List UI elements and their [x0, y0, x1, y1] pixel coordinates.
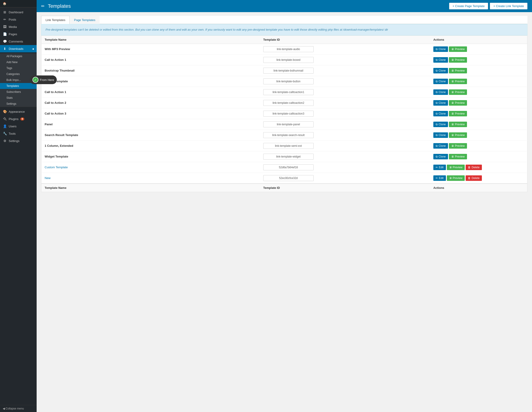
footer-col-template-id: Template ID: [260, 183, 430, 192]
table-row: Custom Template✏ Edit🖥 Preview🗑 Delete: [41, 162, 527, 173]
preview-button[interactable]: 🖥 Preview: [449, 132, 467, 138]
template-id-input[interactable]: [263, 175, 314, 181]
template-id-input[interactable]: [263, 57, 314, 63]
sidebar-item-downloads[interactable]: ⬇ Downloads ◀: [0, 45, 37, 52]
downloads-icon: ⬇: [3, 47, 7, 51]
template-actions-cell: ✏ Edit🖥 Preview🗑 Delete: [430, 173, 527, 183]
submenu-tags[interactable]: Tags: [0, 65, 37, 71]
submenu-add-new[interactable]: Add New: [0, 59, 37, 65]
clone-button[interactable]: ⧉ Clone: [433, 132, 448, 138]
template-name-cell: New: [41, 173, 260, 183]
preview-button[interactable]: 🖥 Preview: [449, 154, 467, 159]
comments-icon: 💬: [3, 40, 7, 43]
clone-button[interactable]: ⧉ Clone: [433, 122, 448, 127]
table-footer-row: Template Name Template ID Actions: [41, 183, 527, 192]
template-id-input[interactable]: [263, 132, 314, 138]
preview-icon: 🖥: [451, 112, 454, 115]
submenu-all-packages[interactable]: All Packages: [0, 53, 37, 59]
main-content: ✏ Templates + Create Page Template + Cre…: [37, 0, 532, 412]
template-id-cell: [260, 151, 430, 162]
sidebar-item-media[interactable]: 🖼 Media: [0, 23, 37, 30]
sidebar-lower-nav: 🎨 Appearance 🔌 Plugins 9 👤 Users 🔧 Tools…: [0, 107, 37, 146]
preview-button[interactable]: 🖥 Preview: [449, 79, 467, 84]
clone-button[interactable]: ⧉ Clone: [433, 79, 448, 84]
template-id-input[interactable]: [263, 143, 314, 149]
clone-button[interactable]: ⧉ Clone: [433, 89, 448, 95]
clone-button[interactable]: ⧉ Clone: [433, 46, 448, 52]
preview-button[interactable]: 🖥 Preview: [447, 175, 465, 181]
preview-button[interactable]: 🖥 Preview: [449, 46, 467, 52]
sidebar-item-plugins[interactable]: 🔌 Plugins 9: [0, 115, 37, 123]
create-link-template-button[interactable]: + Create Link Template: [490, 3, 527, 9]
clone-button[interactable]: ⧉ Clone: [433, 154, 448, 159]
template-id-input[interactable]: [263, 100, 314, 106]
template-id-input[interactable]: [263, 154, 314, 160]
template-id-cell: [260, 130, 430, 140]
edit-button[interactable]: ✏ Edit: [433, 165, 446, 170]
preview-icon: 🖥: [451, 58, 454, 62]
preview-icon: 🖥: [451, 91, 454, 94]
template-name-cell: Bootstrap Thumbnail: [41, 65, 260, 76]
template-id-cell: [260, 55, 430, 65]
template-name-link[interactable]: New: [45, 176, 51, 180]
edit-icon: ✏: [436, 176, 438, 180]
table-row: New✏ Edit🖥 Preview🗑 Delete: [41, 173, 527, 183]
delete-button[interactable]: 🗑 Delete: [466, 165, 482, 170]
tab-page-templates[interactable]: Page Templates: [70, 16, 100, 24]
preview-button[interactable]: 🖥 Preview: [449, 89, 467, 95]
template-id-input[interactable]: [263, 78, 314, 84]
template-id-input[interactable]: [263, 121, 314, 127]
clone-button[interactable]: ⧉ Clone: [433, 143, 448, 149]
sidebar-item-label: Settings: [9, 139, 19, 143]
sidebar-item-posts[interactable]: ✏ Posts: [0, 16, 37, 23]
template-name-link[interactable]: Custom Template: [45, 165, 68, 169]
preview-button[interactable]: 🖥 Preview: [449, 100, 467, 106]
submenu-templates[interactable]: Templates: [0, 83, 37, 89]
sidebar-item-users[interactable]: 👤 Users: [0, 123, 37, 130]
sidebar-item-comments[interactable]: 💬 Comments: [0, 38, 37, 45]
sidebar-item-pages[interactable]: 📄 Pages: [0, 30, 37, 38]
sidebar-item-appearance[interactable]: 🎨 Appearance: [0, 108, 37, 115]
preview-icon: 🖥: [451, 80, 454, 83]
preview-button[interactable]: 🖥 Preview: [449, 111, 467, 116]
submenu-stats[interactable]: Stats: [0, 95, 37, 101]
submenu-settings[interactable]: Settings: [0, 101, 37, 107]
clone-icon: ⧉: [436, 123, 438, 126]
header-buttons: + Create Page Template + Create Link Tem…: [449, 3, 527, 9]
clone-button[interactable]: ⧉ Clone: [433, 111, 448, 116]
submenu-subscribers[interactable]: Subscribers: [0, 89, 37, 95]
preview-icon: 🖥: [451, 123, 454, 126]
template-id-input[interactable]: [263, 68, 314, 74]
delete-button[interactable]: 🗑 Delete: [466, 175, 482, 181]
preview-button[interactable]: 🖥 Preview: [447, 165, 465, 170]
sidebar-item-settings[interactable]: ⚙ Settings: [0, 137, 37, 145]
delete-icon: 🗑: [468, 176, 471, 180]
col-actions: Actions: [430, 36, 527, 44]
template-id-input[interactable]: [263, 89, 314, 95]
preview-button[interactable]: 🖥 Preview: [449, 57, 467, 63]
clone-button[interactable]: ⧉ Clone: [433, 68, 448, 73]
template-id-input[interactable]: [263, 111, 314, 117]
tab-link-templates[interactable]: Link Templates: [41, 16, 70, 24]
page-header: ✏ Templates + Create Page Template + Cre…: [37, 0, 532, 12]
preview-button[interactable]: 🖥 Preview: [449, 122, 467, 127]
sidebar-item-tools[interactable]: 🔧 Tools: [0, 130, 37, 137]
preview-icon: 🖥: [449, 166, 452, 169]
template-id-input[interactable]: [263, 46, 314, 52]
sidebar-item-dashboard[interactable]: ⊞ Dashboard: [0, 9, 37, 16]
template-id-cell: [260, 44, 430, 55]
footer-col-template-name: Template Name: [41, 183, 260, 192]
preview-button[interactable]: 🖥 Preview: [449, 68, 467, 73]
collapse-menu[interactable]: ◀ Collapse menu: [0, 405, 37, 412]
edit-button[interactable]: ✏ Edit: [433, 175, 446, 181]
create-page-template-button[interactable]: + Create Page Template: [449, 3, 488, 9]
clone-button[interactable]: ⧉ Clone: [433, 100, 448, 106]
preview-button[interactable]: 🖥 Preview: [449, 143, 467, 149]
clone-button[interactable]: ⧉ Clone: [433, 57, 448, 63]
template-name-cell: Panel: [41, 119, 260, 130]
sidebar-item-label: Plugins: [9, 117, 19, 121]
table-row: Call to Action 1⧉ Clone🖥 Preview: [41, 87, 527, 97]
submenu-categories[interactable]: Categories: [0, 71, 37, 77]
template-id-input[interactable]: [263, 165, 314, 170]
sidebar: 🏠 ⊞ Dashboard ✏ Posts 🖼 Media 📄 Pages 💬 …: [0, 0, 37, 412]
